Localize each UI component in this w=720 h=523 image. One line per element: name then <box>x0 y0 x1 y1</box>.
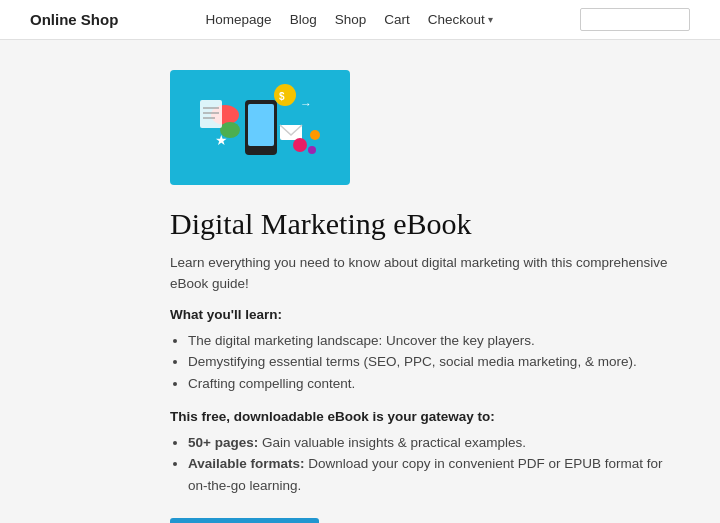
nav-checkout[interactable]: Checkout <box>428 12 485 27</box>
svg-text:★: ★ <box>215 132 228 148</box>
svg-text:$: $ <box>279 91 285 102</box>
list-item: Available formats: Download your copy in… <box>188 453 670 496</box>
product-illustration: $ ★ → <box>170 70 350 185</box>
svg-point-13 <box>293 138 307 152</box>
svg-rect-1 <box>248 104 274 146</box>
nav-shop[interactable]: Shop <box>335 12 367 27</box>
svg-point-14 <box>310 130 320 140</box>
nav-cart[interactable]: Cart <box>384 12 410 27</box>
list-item: 50+ pages: Gain valuable insights & prac… <box>188 432 670 454</box>
list-item: Crafting compelling content. <box>188 373 670 395</box>
gateway-item-0-bold: 50+ pages: <box>188 435 258 450</box>
search-input[interactable] <box>580 8 690 31</box>
product-page: $ ★ → Digital Marketing eBook Learn ever… <box>10 40 710 523</box>
nav-homepage[interactable]: Homepage <box>206 12 272 27</box>
svg-text:→: → <box>300 97 312 111</box>
gateway-heading: This free, downloadable eBook is your ga… <box>170 409 670 424</box>
site-header: Online Shop Homepage Blog Shop Cart Chec… <box>0 0 720 40</box>
product-description: Learn everything you need to know about … <box>170 253 670 295</box>
list-item: The digital marketing landscape: Uncover… <box>188 330 670 352</box>
svg-point-15 <box>308 146 316 154</box>
nav-checkout-wrap: Checkout ▾ <box>428 12 493 27</box>
nav-blog[interactable]: Blog <box>290 12 317 27</box>
gateway-item-1-bold: Available formats: <box>188 456 305 471</box>
svg-rect-9 <box>200 100 222 128</box>
site-logo: Online Shop <box>30 11 118 28</box>
chevron-down-icon: ▾ <box>488 14 493 25</box>
what-list: The digital marketing landscape: Uncover… <box>188 330 670 395</box>
svg-point-2 <box>274 84 296 106</box>
purchase-button[interactable]: $10.00 – Purchase <box>170 518 319 523</box>
main-nav: Homepage Blog Shop Cart Checkout ▾ <box>206 12 493 27</box>
gateway-item-0-rest: Gain valuable insights & practical examp… <box>258 435 526 450</box>
search-field-wrap <box>580 8 690 31</box>
product-image: $ ★ → <box>170 70 350 185</box>
gateway-list: 50+ pages: Gain valuable insights & prac… <box>188 432 670 497</box>
product-title: Digital Marketing eBook <box>170 207 670 241</box>
list-item: Demystifying essential terms (SEO, PPC, … <box>188 351 670 373</box>
what-heading: What you'll learn: <box>170 307 670 322</box>
